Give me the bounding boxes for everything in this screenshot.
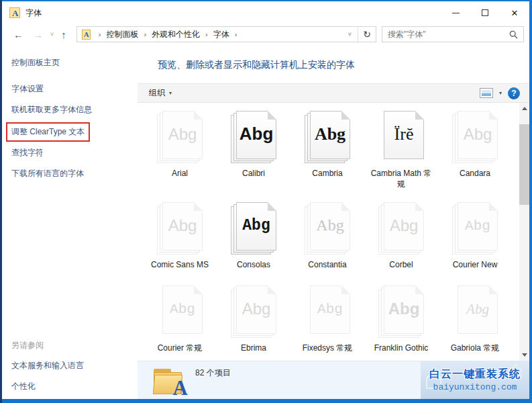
- font-preview-glyph: Abg: [384, 216, 423, 235]
- page-fold-icon: [415, 202, 424, 211]
- sidebar-item-control-panel-home[interactable]: 控制面板主页: [11, 57, 138, 69]
- scroll-up-button[interactable]: [519, 103, 529, 114]
- font-item[interactable]: Abg Gabriola 常规: [438, 285, 512, 361]
- back-button[interactable]: ←: [9, 29, 28, 40]
- page-fold-icon: [268, 202, 276, 211]
- font-name-label: Cambria: [312, 169, 342, 179]
- window-border-right: [529, 0, 532, 403]
- fonts-folder-icon: A: [153, 367, 185, 396]
- vertical-scrollbar[interactable]: [519, 103, 529, 361]
- page-fold-icon: [268, 285, 276, 294]
- font-item[interactable]: Abg Corbel: [364, 202, 438, 285]
- up-button[interactable]: ↑: [56, 29, 71, 40]
- chevron-down-icon: ▾: [169, 90, 172, 96]
- font-name-label: Franklin Gothic: [374, 343, 429, 354]
- page-fold-icon: [489, 111, 498, 120]
- item-count-label: 82 个项目: [195, 367, 231, 379]
- recent-pages-chevron-icon[interactable]: ˅: [48, 31, 56, 38]
- forward-button[interactable]: →: [28, 29, 48, 40]
- font-item[interactable]: Abg Arial: [143, 111, 217, 202]
- sidebar-task-item[interactable]: 联机获取更多字体信息: [11, 104, 138, 116]
- font-file-icon: Abg: [378, 202, 424, 256]
- font-file-icon: Ïrĕ: [378, 111, 424, 165]
- search-icon[interactable]: [509, 30, 518, 39]
- font-item[interactable]: Abg Comic Sans MS: [143, 202, 217, 285]
- font-item[interactable]: Abg Cambria: [290, 111, 364, 202]
- font-item[interactable]: Abg Ebrima: [217, 285, 290, 361]
- font-file-icon: Abg: [452, 285, 498, 339]
- breadcrumb-separator[interactable]: ›: [200, 30, 213, 38]
- font-item[interactable]: Abg Consolas: [217, 202, 290, 285]
- font-name-label: Cambria Math 常规: [368, 169, 434, 189]
- sidebar: 控制面板主页 字体设置联机获取更多字体信息调整 ClearType 文本查找字符…: [2, 44, 138, 399]
- page-fold-icon: [341, 202, 350, 211]
- font-file-icon: Abg: [231, 285, 276, 339]
- font-file-icon: Abg: [452, 202, 498, 256]
- search-placeholder: 搜索"字体": [382, 29, 426, 40]
- breadcrumb-separator: ›: [93, 30, 107, 38]
- address-bar[interactable]: A › 控制面板 › 外观和个性化 › 字体 › ˅ ↻: [76, 26, 376, 42]
- font-name-label: Arial: [172, 169, 188, 179]
- font-name-label: Constantia: [308, 260, 346, 271]
- font-item[interactable]: Abg Franklin Gothic: [364, 285, 438, 361]
- font-item[interactable]: Abg Fixedsys 常规: [290, 285, 364, 361]
- font-preview-glyph: Abg: [163, 125, 202, 144]
- scroll-down-icon: [522, 353, 527, 359]
- page-fold-icon: [194, 285, 203, 294]
- page-fold-icon: [268, 111, 276, 120]
- font-name-label: Corbel: [389, 260, 413, 271]
- change-view-button[interactable]: [480, 88, 493, 98]
- breadcrumb-item[interactable]: 控制面板: [106, 29, 138, 40]
- breadcrumb-item[interactable]: 外观和个性化: [152, 29, 200, 40]
- font-item[interactable]: Abg Constantia: [290, 202, 364, 285]
- scroll-up-icon: [522, 104, 527, 110]
- font-item[interactable]: Abg Calibri: [217, 111, 290, 202]
- minimize-button[interactable]: [441, 1, 470, 24]
- view-options-chevron-icon[interactable]: ▾: [499, 90, 502, 96]
- window-border-top: [0, 0, 532, 1]
- page-fold-icon: [489, 285, 498, 294]
- font-name-label: Courier New: [453, 260, 498, 271]
- page-fold-icon: [415, 285, 424, 294]
- scrollbar-thumb[interactable]: [519, 124, 529, 205]
- organize-menu-button[interactable]: 组织 ▾: [149, 87, 172, 99]
- scroll-down-button[interactable]: [519, 350, 529, 361]
- see-also-header: 另请参阅: [11, 340, 84, 351]
- breadcrumb-separator[interactable]: ›: [229, 30, 243, 38]
- search-input[interactable]: 搜索"字体": [382, 26, 524, 42]
- refresh-button[interactable]: ↻: [358, 27, 376, 42]
- sidebar-see-also-item[interactable]: 个性化: [11, 381, 84, 392]
- address-dropdown-icon[interactable]: ˅: [342, 31, 358, 38]
- font-item[interactable]: Ïrĕ Cambria Math 常规: [364, 111, 438, 202]
- font-preview-glyph: Abg: [311, 124, 350, 144]
- font-name-label: Gabriola 常规: [451, 343, 500, 354]
- close-button[interactable]: ✕: [500, 1, 529, 24]
- font-item[interactable]: Abg Courier New: [438, 202, 512, 285]
- page-fold-icon: [194, 202, 203, 211]
- sidebar-task-item[interactable]: 字体设置: [11, 83, 138, 95]
- help-button[interactable]: ?: [508, 87, 520, 99]
- sidebar-task-item[interactable]: 查找字符: [11, 147, 138, 159]
- see-also-section: 另请参阅 文本服务和输入语言个性化: [11, 340, 84, 402]
- maximize-button[interactable]: [470, 1, 500, 24]
- sidebar-see-also-item[interactable]: 文本服务和输入语言: [11, 360, 84, 371]
- font-item[interactable]: Abg Candara: [438, 111, 512, 202]
- watermark-url: baiyunxitong.com: [433, 382, 517, 392]
- font-file-icon: Abg: [305, 285, 350, 339]
- page-fold-icon: [415, 111, 424, 120]
- breadcrumb: 控制面板 › 外观和个性化 › 字体 ›: [106, 29, 242, 40]
- font-preview-glyph: Abg: [458, 125, 497, 144]
- maximize-icon: [482, 9, 488, 16]
- window-border-bottom: [0, 399, 532, 403]
- font-file-icon: Abg: [378, 285, 424, 339]
- breadcrumb-item[interactable]: 字体: [213, 29, 229, 40]
- sidebar-task-item[interactable]: 下载所有语言的字体: [11, 168, 138, 179]
- font-list-area: Abg Arial Abg Cali: [138, 103, 519, 361]
- font-name-label: Consolas: [237, 260, 270, 271]
- breadcrumb-separator[interactable]: ›: [138, 30, 152, 38]
- sidebar-task-item[interactable]: 调整 ClearType 文本: [6, 122, 90, 142]
- fonts-control-panel-window: A 字体 ✕ ← → ˅ ↑ A › 控制面板 › 外观和个性化 ›: [0, 0, 532, 403]
- font-item[interactable]: Abg Courier 常规: [143, 285, 217, 361]
- page-fold-icon: [341, 111, 350, 120]
- title-bar[interactable]: A 字体 ✕: [2, 1, 529, 24]
